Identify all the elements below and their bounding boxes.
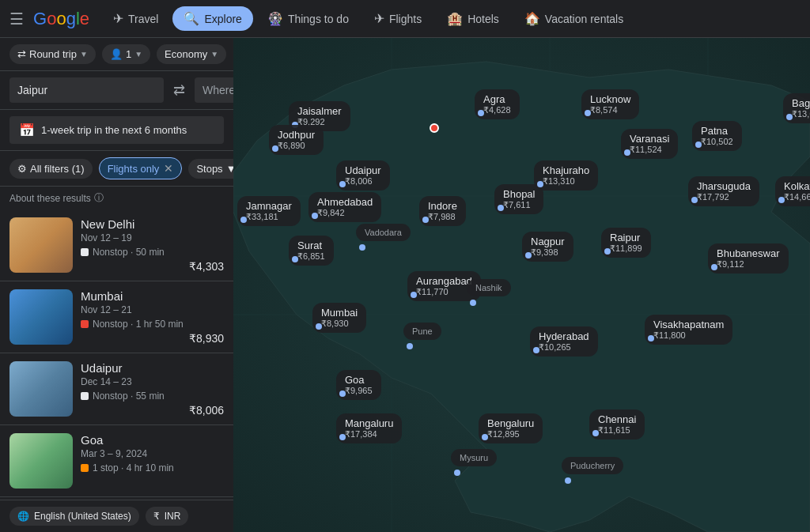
flights-icon: ✈ [374,11,384,26]
destination-input[interactable] [195,77,233,103]
nav-tab-travel[interactable]: ✈ Travel [102,6,169,31]
city-name: Nashik [475,283,502,292]
nav-tab-things[interactable]: 🎡 Things to do [256,6,360,31]
flight-type: Nonstop · 1 hr 50 min [93,319,184,330]
city-name: Patna [701,125,733,137]
city-dot-jodhpur [272,145,278,152]
map-label-jharsuguda[interactable]: Jharsuguda₹17,792 [688,176,759,206]
top-navigation: ☰ Google ✈ Travel 🔍 Explore 🎡 Things to … [0,0,810,38]
nav-tab-flights[interactable]: ✈ Flights [363,6,433,31]
city-price: ₹14,664 [784,192,810,202]
swap-locations-icon[interactable]: ⇄ [170,78,188,102]
result-info: New Delhi Nov 12 – 19 Nonstop · 50 min ₹… [81,217,224,273]
city-dot-raipur [604,248,611,255]
map-label-bengaluru[interactable]: Bengaluru₹12,895 [479,413,543,443]
result-dates: Mar 3 – 9, 2024 [81,448,224,459]
map-label-jamnagar[interactable]: Jamnagar₹33,181 [237,196,301,226]
city-price: ₹6,851 [297,251,325,262]
currency-button[interactable]: ₹ INR [146,507,189,526]
about-results[interactable]: About these results ⓘ [0,187,233,209]
menu-icon[interactable]: ☰ [9,9,24,28]
google-logo: Google [33,9,89,29]
info-icon: ⓘ [94,191,104,205]
city-name: Hyderabad [539,330,589,342]
city-price: ₹17,384 [345,429,393,440]
city-name: Bagdogra [792,97,810,109]
map-label-khajuraho[interactable]: Khajuraho₹13,310 [534,160,598,191]
city-dot-kolkata [778,197,785,203]
map-label-nashik[interactable]: Nashik [467,279,511,296]
result-flight: Nonstop · 50 min [81,247,224,258]
city-price: ₹12,895 [487,429,534,440]
origin-input[interactable] [9,77,164,103]
city-price: ₹33,181 [246,212,292,222]
city-price: ₹11,524 [630,145,669,155]
city-dot-aurangabad [411,292,417,298]
city-price: ₹7,611 [503,200,535,210]
city-dot-goa [339,391,346,397]
city-dot-jharsuguda [691,197,698,203]
stops-filter[interactable]: Stops ▼ [188,159,233,179]
date-picker-button[interactable]: 📅 1-week trip in the next 6 months [9,116,224,144]
trip-type-select[interactable]: ⇄ Round trip ▼ [9,44,96,64]
result-card-udaipur[interactable]: Udaipur Dec 14 – 23 Nonstop · 55 min ₹8,… [0,353,233,425]
result-price: ₹8,930 [81,332,224,345]
city-dot-puducherry [565,477,571,484]
city-dot-vadodara [359,244,365,251]
origin-dot [430,123,439,133]
flights-only-chip[interactable]: Flights only ✕ [99,157,183,179]
city-name: Kolkata [784,180,810,192]
chevron-down-icon-3: ▼ [210,50,218,58]
map-label-pune[interactable]: Pune [403,323,441,340]
city-dot-visakhapatnam [648,335,654,341]
result-image [9,433,73,489]
class-select[interactable]: Economy ▼ [157,44,226,64]
city-price: ₹8,930 [321,319,358,329]
all-filters-button[interactable]: ⚙ All filters (1) [9,159,93,179]
result-card-new-delhi[interactable]: New Delhi Nov 12 – 19 Nonstop · 50 min ₹… [0,209,233,281]
chevron-down-icon-2: ▼ [134,50,142,58]
city-dot-indore [422,217,429,223]
result-city: Mumbai [81,289,224,303]
result-dates: Nov 12 – 21 [81,304,224,315]
city-price: ₹8,574 [590,105,630,115]
city-price: ₹13,310 [543,176,589,187]
nav-tab-hotels[interactable]: 🏨 Hotels [436,6,510,31]
map-label-mangaluru[interactable]: Mangaluru₹17,384 [336,413,402,443]
city-dot-patna [695,141,702,148]
map-area: Jaisalmer₹9,292Agra₹4,628Lucknow₹8,574Ba… [233,38,810,532]
city-dot-mumbai [316,323,322,330]
result-card-goa[interactable]: Goa Mar 3 – 9, 2024 1 stop · 4 hr 10 min [0,425,233,497]
close-icon[interactable]: ✕ [164,162,173,175]
city-dot-nagpur [525,252,532,258]
map-label-bhubaneswar[interactable]: Bhubaneswar₹9,112 [708,243,789,274]
result-city: Goa [81,433,224,447]
bottom-bar: 🌐 English (United States) ₹ INR [0,500,233,532]
city-name: Jaisalmer [297,105,342,117]
map-label-visakhapatnam[interactable]: Visakhapatnam₹11,800 [645,315,732,345]
city-dot-bagdogra [786,114,793,120]
result-price: ₹4,303 [81,260,224,273]
map-label-hyderabad[interactable]: Hyderabad₹10,265 [530,326,598,357]
map-label-vadodara[interactable]: Vadodara [356,224,411,241]
result-card-mumbai[interactable]: Mumbai Nov 12 – 21 Nonstop · 1 hr 50 min… [0,281,233,353]
calendar-icon: 📅 [19,123,35,138]
airline-icon [81,464,89,472]
results-list: New Delhi Nov 12 – 19 Nonstop · 50 min ₹… [0,209,233,500]
location-row: ⇄ [0,71,233,110]
nav-tab-vacation[interactable]: 🏠 Vacation rentals [513,6,634,31]
airline-icon [81,392,89,400]
map-label-puducherry[interactable]: Puducherry [562,457,623,474]
city-name: Surat [297,240,325,251]
city-name: Jodhpur [278,129,315,141]
passengers-select[interactable]: 👤 1 ▼ [102,44,150,64]
trip-controls: ⇄ Round trip ▼ 👤 1 ▼ Economy ▼ [0,38,233,71]
city-dot-nashik [470,300,476,306]
hotels-icon: 🏨 [447,11,463,26]
map-label-ahmedabad[interactable]: Ahmedabad₹9,842 [308,192,381,222]
language-button[interactable]: 🌐 English (United States) [9,507,139,526]
map-label-mysuru[interactable]: Mysuru [451,449,497,466]
city-name: Mangaluru [345,417,393,429]
nav-tab-explore[interactable]: 🔍 Explore [172,6,252,31]
city-price: ₹6,890 [278,141,315,151]
